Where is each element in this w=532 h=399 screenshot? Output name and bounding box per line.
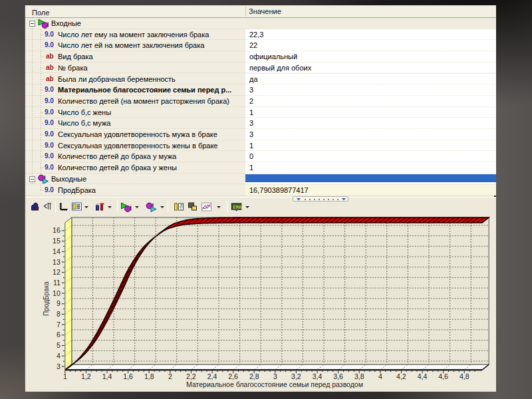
svg-text:7: 7 [57,321,61,329]
svg-text:1,4: 1,4 [102,372,112,380]
svg-text:15: 15 [53,237,61,245]
svg-text:12: 12 [53,268,61,276]
svg-text:9: 9 [57,299,61,307]
svg-text:4,6: 4,6 [438,372,448,380]
svg-text:3,6: 3,6 [333,372,343,380]
svg-text:3,4: 3,4 [313,372,323,380]
svg-text:3: 3 [273,372,277,380]
svg-text:4,8: 4,8 [460,372,469,380]
svg-text:14: 14 [53,247,61,255]
svg-text:3: 3 [57,362,61,370]
svg-text:1,2: 1,2 [81,372,91,380]
svg-text:10: 10 [53,289,61,297]
svg-text:2,8: 2,8 [249,372,259,380]
svg-text:3,8: 3,8 [354,372,364,380]
svg-text:5: 5 [57,341,61,349]
svg-text:1,6: 1,6 [123,372,133,380]
svg-text:6: 6 [57,331,61,338]
svg-text:16: 16 [53,226,61,234]
svg-text:13: 13 [53,258,61,266]
svg-text:8: 8 [57,310,61,318]
svg-text:4: 4 [57,352,61,360]
svg-text:EMA: EMA [233,205,242,210]
svg-text:2,4: 2,4 [207,372,217,380]
svg-text:1,8: 1,8 [144,372,154,380]
svg-text:4: 4 [378,372,382,380]
svg-text:2,6: 2,6 [228,372,238,380]
svg-text:4,4: 4,4 [418,372,428,380]
svg-text:Материальное благосостояние се: Материальное благосостояние семьи перед … [186,380,363,388]
svg-text:11: 11 [53,279,61,287]
svg-text:3,2: 3,2 [291,372,301,380]
svg-text:4,2: 4,2 [396,372,406,380]
svg-text:2,2: 2,2 [186,372,196,380]
svg-text:1: 1 [63,372,67,380]
svg-text:ПродБрака: ПродБрака [43,281,50,316]
svg-text:2: 2 [168,372,172,380]
